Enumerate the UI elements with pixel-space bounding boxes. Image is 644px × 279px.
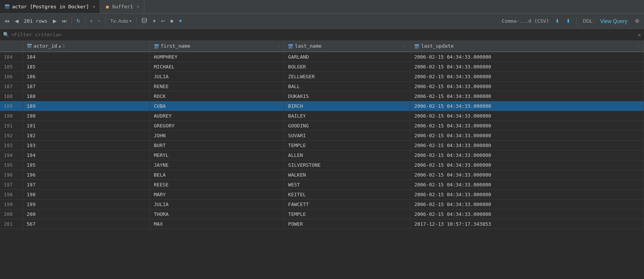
last-update-cell: 2017-12-13 10:57:17.343853	[410, 219, 644, 229]
table-row[interactable]: 190 190 AUDREY BAILEY 2006-02-15 04:34:3…	[0, 111, 644, 121]
tx-dropdown-icon: ▾	[130, 19, 132, 23]
actor-id-cell: 200	[23, 209, 150, 219]
refresh-button[interactable]: ↻	[74, 17, 83, 25]
table-row[interactable]: 199 199 JULIA FAWCETT 2006-02-15 04:34:3…	[0, 199, 644, 209]
tx-auto-button[interactable]: Tx: Auto ▾	[108, 17, 134, 25]
sort-num: 1	[62, 43, 65, 48]
table-row[interactable]: 196 196 BELA WALKEN 2006-02-15 04:34:33.…	[0, 170, 644, 180]
table-row[interactable]: 194 194 MERYL ALLEN 2006-02-15 04:34:33.…	[0, 150, 644, 160]
first-name-cell: JULIA	[150, 71, 284, 81]
last-name-cell: KEITEL	[284, 189, 410, 199]
col-resize-first-name[interactable]: ⇔	[277, 43, 280, 49]
last-name-cell: FAWCETT	[284, 199, 410, 209]
export-up-button[interactable]: ⬆	[564, 17, 573, 25]
first-name-cell: MAX	[150, 219, 284, 229]
actor-id-cell: 188	[23, 91, 150, 101]
stop-button[interactable]: ■	[168, 17, 176, 25]
col-header-last-name[interactable]: last_name ⇔	[284, 41, 410, 52]
row-number-cell: 189	[0, 101, 23, 111]
tx-label: Tx: Auto	[110, 18, 128, 24]
row-number-header	[0, 41, 23, 52]
col-actor-id-label: actor_id	[34, 43, 57, 49]
filter-close-icon[interactable]: ✕	[638, 32, 641, 38]
first-name-cell: HUMPHREY	[150, 52, 284, 62]
undo-button[interactable]: ↩	[159, 17, 167, 25]
next-row-button[interactable]: ▶	[51, 17, 59, 25]
svg-rect-1	[5, 5, 9, 6]
filter-input[interactable]	[11, 32, 636, 37]
table-row[interactable]: 198 198 MARY KEITEL 2006-02-15 04:34:33.…	[0, 189, 644, 199]
row-number-cell: 199	[0, 199, 23, 209]
table-row[interactable]: 187 187 RENEE BALL 2006-02-15 04:34:33.0…	[0, 81, 644, 91]
tab-actor-label: actor [Postgres in Docker]	[12, 4, 89, 9]
delete-row-button[interactable]: −	[96, 17, 103, 25]
expand-icon: ✦	[178, 18, 183, 24]
actor-id-cell: 197	[23, 180, 150, 189]
table-row[interactable]: 200 200 THORA TEMPLE 2006-02-15 04:34:33…	[0, 209, 644, 219]
actor-id-cell: 194	[23, 150, 150, 160]
table-row[interactable]: 188 188 ROCK DUKAKIS 2006-02-15 04:34:33…	[0, 91, 644, 101]
row-number-cell: 188	[0, 91, 23, 101]
actor-id-cell: 191	[23, 121, 150, 130]
row-number-cell: 198	[0, 189, 23, 199]
col-first-name-label: first_name	[161, 43, 190, 49]
table-row[interactable]: 195 195 JAYNE SILVERSTONE 2006-02-15 04:…	[0, 160, 644, 170]
down-icon: ▾	[153, 18, 156, 24]
last-row-icon: ⏭	[62, 18, 67, 24]
tab-buffer1[interactable]: ● buffer1 ✕	[100, 0, 144, 13]
last-name-cell: POWER	[284, 219, 410, 229]
refresh-icon: ↻	[76, 18, 80, 24]
ddl-button[interactable]: DDL	[581, 17, 595, 25]
first-name-cell: REESE	[150, 180, 284, 189]
search-icon: 🔍	[3, 32, 9, 37]
first-name-cell: BELA	[150, 170, 284, 180]
col-resize-last-name[interactable]: ⇔	[403, 43, 406, 49]
toolbar: ⏮ ◀ 201 rows ▶ ⏭ ↻ + − Tx: Auto ▾ ▾	[0, 14, 644, 29]
first-name-cell: ROCK	[150, 91, 284, 101]
table-row[interactable]: 201 567 MAX POWER 2017-12-13 10:57:17.34…	[0, 219, 644, 229]
table-row[interactable]: 191 191 GREGORY GOODING 2006-02-15 04:34…	[0, 121, 644, 130]
row-number-cell: 191	[0, 121, 23, 130]
filter-bar: 🔍 ✕	[0, 29, 644, 41]
tab-buffer1-close[interactable]: ✕	[137, 4, 139, 9]
row-number-cell: 194	[0, 150, 23, 160]
col-last-update-label: last_update	[421, 43, 454, 49]
table-row[interactable]: 185 185 MICHAEL BOLGER 2006-02-15 04:34:…	[0, 62, 644, 71]
col-header-first-name[interactable]: first_name ⇔	[150, 41, 284, 52]
view-query-button[interactable]: View Query	[597, 17, 630, 26]
last-update-cell: 2006-02-15 04:34:33.000000	[410, 180, 644, 189]
row-number-cell: 196	[0, 170, 23, 180]
actor-id-cell: 185	[23, 62, 150, 71]
svg-rect-6	[27, 44, 32, 45]
prev-row-button[interactable]: ◀	[12, 17, 21, 25]
table-row[interactable]: 192 192 JOHN SUVARI 2006-02-15 04:34:33.…	[0, 130, 644, 140]
expand-button[interactable]: ✦	[176, 17, 185, 25]
table-row[interactable]: 186 186 JULIA ZELLWEGER 2006-02-15 04:34…	[0, 71, 644, 81]
tab-actor-close[interactable]: ✕	[93, 4, 96, 9]
table-row[interactable]: 197 197 REESE WEST 2006-02-15 04:34:33.0…	[0, 180, 644, 189]
tab-buffer1-label: buffer1	[112, 4, 133, 9]
col-header-actor-id[interactable]: actor_id ▲ 1	[23, 41, 150, 52]
actor-id-cell: 199	[23, 199, 150, 209]
down-button[interactable]: ▾	[151, 17, 158, 25]
last-row-button[interactable]: ⏭	[60, 17, 69, 25]
add-row-button[interactable]: +	[88, 17, 95, 25]
first-name-cell: GREGORY	[150, 121, 284, 130]
tab-actor[interactable]: actor [Postgres in Docker] ✕	[0, 0, 100, 13]
add-row-icon: +	[90, 18, 93, 24]
db-icon-button[interactable]	[139, 16, 150, 26]
last-update-cell: 2006-02-15 04:34:33.000000	[410, 189, 644, 199]
table-row[interactable]: 193 193 BURT TEMPLE 2006-02-15 04:34:33.…	[0, 140, 644, 150]
actor-id-cell: 196	[23, 170, 150, 180]
col-header-last-update[interactable]: last_update ⇔	[410, 41, 644, 52]
row-number-cell: 195	[0, 160, 23, 170]
actor-id-cell: 198	[23, 189, 150, 199]
db-icon	[141, 17, 148, 25]
row-number-cell: 186	[0, 71, 23, 81]
first-row-button[interactable]: ⏮	[2, 17, 12, 25]
col-resize-last-update[interactable]: ⇔	[637, 43, 640, 49]
table-row[interactable]: 184 184 HUMPHREY GARLAND 2006-02-15 04:3…	[0, 52, 644, 62]
export-down-button[interactable]: ⬇	[553, 17, 562, 25]
table-row[interactable]: 189 189 CUBA BIRCH 2006-02-15 04:34:33.0…	[0, 101, 644, 111]
settings-button[interactable]: ⚙	[633, 17, 642, 25]
